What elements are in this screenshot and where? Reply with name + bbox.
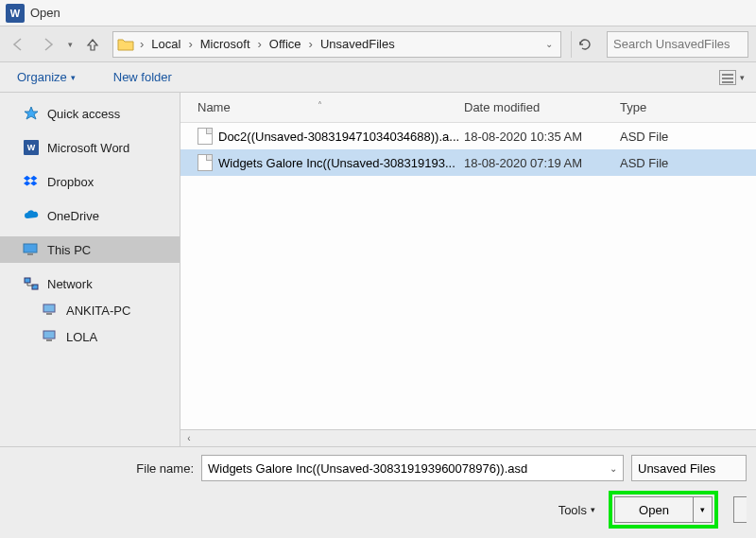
word-app-icon: W [6,4,25,23]
svg-rect-5 [46,313,52,315]
window-title: Open [30,6,60,20]
file-type: ASD File [620,130,756,144]
sidebar-microsoft-word[interactable]: W Microsoft Word [0,134,180,161]
svg-rect-6 [43,331,55,338]
sidebar-network[interactable]: Network [0,270,180,297]
file-date: 18-08-2020 10:35 AM [464,130,620,144]
organize-button[interactable]: Organize▾ [11,68,81,86]
nav-forward-button[interactable] [38,34,59,55]
address-dropdown-icon[interactable]: ⌄ [545,39,553,49]
sidebar-quick-access[interactable]: Quick access [0,100,180,127]
chevron-right-icon: › [184,37,196,51]
sidebar-network-child[interactable]: ANKITA-PC [0,297,180,323]
dropbox-icon [23,173,40,190]
sort-indicator-icon: ˄ [318,100,322,111]
svg-rect-4 [43,304,55,312]
svg-rect-2 [25,278,30,283]
tools-button[interactable]: Tools▾ [558,503,595,517]
nav-up-button[interactable] [82,34,103,55]
chevron-right-icon: › [136,37,147,51]
open-button-highlight: Open ▾ [609,491,718,529]
breadcrumb-item[interactable]: Local [149,37,182,51]
column-headers: Name˄ Date modified Type [180,93,756,123]
sidebar-dropbox[interactable]: Dropbox [0,168,180,195]
open-split-dropdown[interactable]: ▾ [694,496,713,523]
dropdown-icon[interactable]: ⌄ [610,463,617,474]
file-icon [198,128,213,145]
cancel-button-partial[interactable] [733,496,747,523]
folder-icon [117,36,134,53]
file-row[interactable]: Doc2((Unsaved-308319471034034688)).a... … [180,123,756,149]
title-bar: W Open [0,0,756,26]
chevron-right-icon: › [254,37,266,51]
nav-history-dropdown[interactable]: ▾ [68,40,73,49]
bottom-panel: File name: Widgets Galore Inc((Unsaved-3… [0,446,756,538]
file-name: Doc2((Unsaved-308319471034034688)).a... [218,130,459,144]
sidebar-this-pc[interactable]: This PC [0,236,180,263]
column-type[interactable]: Type [620,100,756,114]
word-icon: W [23,139,40,156]
file-row[interactable]: Widgets Galore Inc((Unsaved-308319193...… [180,149,756,176]
filename-input[interactable]: Widgets Galore Inc((Unsaved-308319193960… [201,455,624,481]
monitor-icon [42,328,59,345]
sidebar-onedrive[interactable]: OneDrive [0,202,180,229]
monitor-icon [23,241,40,258]
filter-value: Unsaved Files [638,461,715,476]
svg-rect-7 [46,339,52,341]
search-input[interactable]: Search UnsavedFiles [607,31,748,58]
file-date: 18-08-2020 07:19 AM [464,156,620,170]
toolbar: Organize▾ New folder ▾ [0,62,756,93]
list-view-icon [719,70,736,85]
file-list: Name˄ Date modified Type Doc2((Unsaved-3… [180,93,756,446]
breadcrumb-item[interactable]: Office [267,37,303,51]
sidebar: Quick access W Microsoft Word Dropbox On… [0,93,180,446]
nav-row: ▾ › Local › Microsoft › Office › Unsaved… [0,26,756,62]
open-button[interactable]: Open [614,496,694,523]
cloud-icon [23,207,40,224]
chevron-right-icon: › [305,37,317,51]
column-date[interactable]: Date modified [464,100,620,114]
file-name: Widgets Galore Inc((Unsaved-308319193... [218,156,455,170]
new-folder-button[interactable]: New folder [108,68,178,86]
file-type: ASD File [620,156,756,170]
main-area: Quick access W Microsoft Word Dropbox On… [0,93,756,446]
svg-rect-1 [27,253,33,255]
star-icon [23,105,40,122]
nav-back-button[interactable] [8,34,28,55]
scroll-left-icon[interactable]: ‹ [180,431,198,446]
breadcrumb-item[interactable]: UnsavedFiles [318,37,397,51]
file-icon [198,154,213,171]
filename-label: File name: [9,461,194,476]
network-icon [23,275,40,292]
monitor-icon [42,302,59,319]
svg-rect-0 [24,244,37,252]
address-bar[interactable]: › Local › Microsoft › Office › UnsavedFi… [112,31,561,58]
view-mode-button[interactable]: ▾ [719,70,745,85]
refresh-button[interactable] [571,31,597,58]
open-dialog: W Open ▾ › Local › Microsoft › Office › … [0,0,756,538]
sidebar-network-child[interactable]: LOLA [0,323,180,350]
search-placeholder: Search UnsavedFiles [613,37,730,51]
filename-value: Widgets Galore Inc((Unsaved-308319193960… [208,461,527,476]
file-type-filter[interactable]: Unsaved Files [631,455,747,481]
column-name[interactable]: Name˄ [180,100,464,114]
breadcrumb-item[interactable]: Microsoft [198,37,252,51]
horizontal-scrollbar[interactable]: ‹ [180,429,756,446]
